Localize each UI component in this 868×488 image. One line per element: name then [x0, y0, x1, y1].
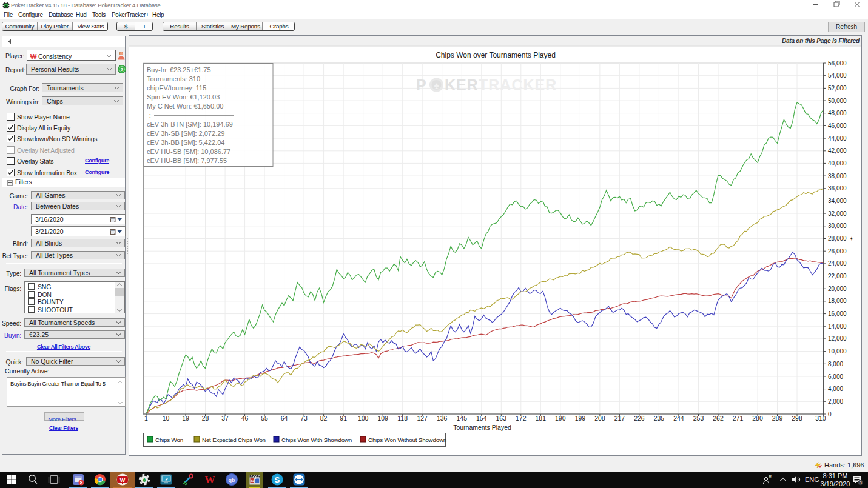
- svg-text:♠: ♠: [143, 475, 147, 484]
- svg-text:cEV HU-SB [SM]: 10,086.77: cEV HU-SB [SM]: 10,086.77: [147, 148, 230, 155]
- svg-text:?: ?: [121, 67, 124, 72]
- svg-text:271: 271: [733, 415, 744, 422]
- svg-text:235: 235: [654, 415, 665, 422]
- svg-text:253: 253: [693, 415, 704, 422]
- svg-text:46,000: 46,000: [828, 122, 847, 129]
- svg-text:26,000: 26,000: [828, 248, 847, 255]
- svg-text:cEV 3h-BB [SM]: 5,422.04: cEV 3h-BB [SM]: 5,422.04: [147, 139, 224, 146]
- svg-text:8,000: 8,000: [828, 361, 843, 367]
- svg-text:-:: -:: [147, 112, 151, 119]
- svg-text:310: 310: [815, 415, 826, 422]
- svg-text:30,000: 30,000: [828, 222, 847, 229]
- svg-text:cEV HU-BB [SM]: 7,977.55: cEV HU-BB [SM]: 7,977.55: [147, 157, 227, 164]
- svg-text:Chips Won With Showdown: Chips Won With Showdown: [281, 436, 352, 443]
- svg-text:W: W: [205, 474, 215, 486]
- svg-text:217: 217: [614, 415, 625, 422]
- svg-text:154: 154: [476, 415, 487, 422]
- svg-text:14,000: 14,000: [828, 323, 847, 330]
- svg-text:56,000: 56,000: [828, 60, 847, 67]
- svg-text:Chips Won Without Showdown: Chips Won Without Showdown: [368, 436, 446, 443]
- svg-text:Tournaments: 310: Tournaments: 310: [147, 75, 200, 82]
- svg-text:31: 31: [251, 479, 254, 483]
- svg-text:S: S: [274, 475, 280, 484]
- svg-text:280: 280: [752, 415, 763, 422]
- svg-text:100: 100: [358, 415, 369, 422]
- svg-text:6,000: 6,000: [828, 373, 843, 380]
- svg-text:36,000: 36,000: [828, 185, 847, 192]
- svg-text:190: 190: [555, 415, 566, 422]
- svg-text:cEV 3h-BTN [SM]: 10,194.69: cEV 3h-BTN [SM]: 10,194.69: [147, 121, 233, 128]
- svg-text:38,000: 38,000: [828, 173, 847, 179]
- svg-text:32,000: 32,000: [828, 210, 847, 217]
- svg-text:qb: qb: [229, 477, 235, 483]
- svg-text:54,000: 54,000: [828, 72, 847, 79]
- svg-text:Data on this Page is Filtered: Data on this Page is Filtered: [782, 38, 860, 44]
- svg-text:298: 298: [792, 415, 802, 422]
- svg-text:55: 55: [261, 415, 268, 422]
- svg-text:16,000: 16,000: [828, 310, 847, 317]
- svg-text:My C Net Won: €1,650.00: My C Net Won: €1,650.00: [147, 102, 223, 110]
- svg-text:W: W: [120, 477, 126, 483]
- svg-text:172: 172: [516, 415, 527, 422]
- svg-text:127: 127: [417, 415, 428, 422]
- svg-text:cEV 3h-SB [SM]: 2,072.29: cEV 3h-SB [SM]: 2,072.29: [147, 130, 224, 137]
- svg-text:262: 262: [713, 415, 724, 422]
- svg-text:52,000: 52,000: [828, 85, 847, 92]
- svg-text:73: 73: [300, 415, 308, 422]
- svg-text:2,000: 2,000: [828, 398, 843, 405]
- svg-text:chipEV/tourney: 115: chipEV/tourney: 115: [147, 84, 206, 92]
- svg-text:3: 3: [859, 480, 861, 486]
- svg-text:P: P: [416, 76, 426, 93]
- svg-text:208: 208: [594, 415, 605, 422]
- svg-text:181: 181: [536, 415, 547, 422]
- svg-text:289: 289: [772, 415, 783, 422]
- svg-text:10,000: 10,000: [828, 348, 847, 355]
- svg-text:19: 19: [182, 415, 189, 422]
- svg-text:Chips Won over Tournaments Pla: Chips Won over Tournaments Played: [436, 51, 556, 59]
- svg-text:R: R: [769, 475, 772, 479]
- svg-text:82: 82: [320, 415, 328, 422]
- svg-text:226: 226: [634, 415, 645, 422]
- svg-text:12,000: 12,000: [828, 335, 847, 342]
- svg-text:18,000: 18,000: [828, 298, 847, 304]
- svg-text:42,000: 42,000: [828, 147, 847, 154]
- svg-text:KER: KER: [445, 76, 479, 93]
- svg-text:24,000: 24,000: [828, 260, 847, 267]
- svg-text:50,000: 50,000: [828, 98, 847, 104]
- svg-text:22,000: 22,000: [828, 273, 847, 279]
- svg-text:Tournaments Played: Tournaments Played: [453, 424, 511, 431]
- svg-text:Spin EV Won: €1,120.03: Spin EV Won: €1,120.03: [147, 93, 220, 101]
- svg-text:64: 64: [281, 415, 288, 422]
- svg-text:1: 1: [144, 415, 148, 422]
- svg-text:244: 244: [673, 415, 684, 422]
- svg-text:♠: ♠: [434, 80, 439, 90]
- svg-text:34,000: 34,000: [828, 198, 847, 204]
- svg-text:40,000: 40,000: [828, 160, 847, 167]
- svg-text:37: 37: [221, 415, 229, 422]
- svg-text:48,000: 48,000: [828, 110, 847, 116]
- svg-text:28,000: 28,000: [828, 235, 847, 242]
- svg-text:199: 199: [575, 415, 586, 422]
- svg-text:Chips Won: Chips Won: [155, 436, 183, 443]
- svg-text:163: 163: [496, 415, 507, 422]
- svg-text:109: 109: [377, 415, 388, 422]
- svg-text:136: 136: [437, 415, 448, 422]
- svg-text:28: 28: [202, 415, 209, 422]
- svg-text:Net Expected Chips Won: Net Expected Chips Won: [202, 436, 266, 443]
- svg-text:0: 0: [828, 411, 832, 418]
- svg-text:✶: ✶: [849, 236, 854, 242]
- svg-text:Buy-In: €23.25+€1.75: Buy-In: €23.25+€1.75: [147, 66, 211, 73]
- svg-text:145: 145: [457, 415, 468, 422]
- svg-text:91: 91: [340, 415, 347, 422]
- svg-text:118: 118: [397, 415, 408, 422]
- svg-text:20,000: 20,000: [828, 286, 847, 292]
- svg-text:4,000: 4,000: [828, 386, 843, 392]
- svg-text:TRACKER: TRACKER: [479, 76, 557, 93]
- svg-text:46: 46: [241, 415, 249, 422]
- svg-text:10: 10: [163, 415, 170, 422]
- svg-text:♠: ♠: [5, 4, 7, 8]
- svg-text:44,000: 44,000: [828, 135, 847, 142]
